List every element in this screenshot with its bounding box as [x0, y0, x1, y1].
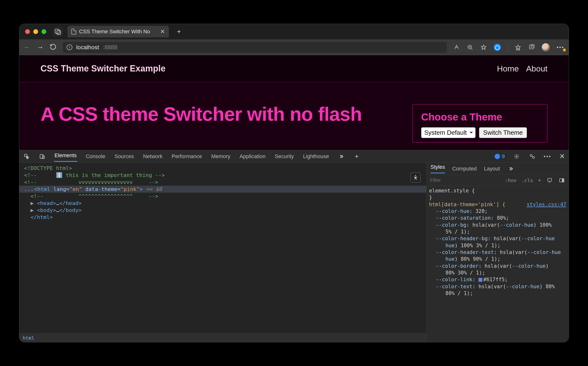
dom-line[interactable]: ▶ <head>…</head> — [19, 200, 426, 207]
rule-header[interactable]: html[data-theme='pink'] { styles.css:47 — [429, 201, 566, 208]
svg-point-8 — [530, 154, 532, 156]
site-info-icon[interactable]: i — [66, 45, 72, 50]
tab-memory[interactable]: Memory — [211, 152, 231, 161]
tab-elements[interactable]: Elements — [54, 151, 77, 162]
devtools: Elements Console Sources Network Perform… — [19, 150, 569, 342]
tab-title: CSS Theme Switcher With No — [79, 29, 150, 35]
minimize-window-icon[interactable] — [33, 29, 38, 34]
styles-overflow-icon[interactable] — [507, 165, 514, 172]
refresh-button[interactable] — [50, 44, 56, 51]
nav-home[interactable]: Home — [497, 64, 519, 73]
url-host: localhost — [76, 44, 99, 51]
site-title: CSS Theme Switcher Example — [41, 63, 165, 74]
styles-rules[interactable]: element.style { } html[data-theme='pink'… — [427, 186, 569, 342]
close-devtools-icon[interactable]: ✕ — [559, 152, 565, 160]
inspect-icon[interactable] — [23, 153, 30, 160]
cls-toggle[interactable]: .cls — [522, 177, 533, 183]
toggle-pane-icon[interactable] — [558, 177, 565, 184]
collections-icon[interactable] — [528, 44, 535, 51]
css-prop[interactable]: --color-bg: hsla(var(--color-hue) 100% — [429, 222, 566, 229]
color-swatch[interactable] — [478, 278, 482, 282]
dom-tree[interactable]: <!DOCTYPE html> <!-- ℹ️ this is the impo… — [19, 163, 426, 333]
onepassword-icon[interactable]: ◯ — [494, 44, 501, 51]
site-header: CSS Theme Switcher Example Home About — [19, 55, 569, 82]
source-link[interactable]: styles.css:47 — [527, 201, 566, 208]
tab-sources[interactable]: Sources — [114, 152, 134, 161]
read-aloud-icon[interactable] — [453, 44, 460, 51]
breadcrumb[interactable]: html — [19, 333, 426, 342]
tab-lighthouse[interactable]: Lighthouse — [302, 152, 330, 161]
svg-rect-1 — [57, 31, 61, 35]
add-tab-icon[interactable]: + — [353, 153, 360, 160]
accessibility-icon[interactable] — [411, 172, 421, 183]
css-prop[interactable]: --color-header-bg: hsla(var(--color-hue — [429, 235, 566, 242]
favorite-icon[interactable] — [480, 44, 487, 51]
dom-line[interactable]: ▶ <body>…</body> — [19, 207, 426, 214]
css-prop-cont[interactable]: 80% / 1); — [445, 290, 566, 297]
nav-about[interactable]: About — [526, 64, 547, 73]
window-controls — [25, 29, 46, 34]
zoom-icon[interactable] — [467, 44, 473, 51]
tab-network[interactable]: Network — [143, 152, 163, 161]
settings-icon[interactable] — [513, 153, 520, 160]
browser-window: CSS Theme Switcher With No ✕ + ← → i loc… — [19, 24, 569, 342]
tab-computed[interactable]: Computed — [452, 166, 477, 172]
close-tab-icon[interactable]: ✕ — [160, 28, 165, 35]
new-rule-icon[interactable]: + — [538, 177, 541, 184]
tab-console[interactable]: Console — [85, 152, 106, 161]
hov-toggle[interactable]: :hov — [505, 177, 517, 183]
tab-application[interactable]: Application — [239, 152, 266, 161]
maximize-window-icon[interactable] — [42, 29, 46, 34]
svg-rect-11 — [548, 178, 551, 181]
css-prop-cont[interactable]: 5% / 1); — [445, 229, 566, 235]
css-prop[interactable]: --color-hue: 320; — [429, 208, 566, 215]
close-window-icon[interactable] — [25, 29, 30, 34]
tabs-overflow-icon[interactable] — [338, 153, 345, 160]
styles-tabs: Styles Computed Layout — [427, 163, 569, 175]
dom-line-selected[interactable]: ...<html lang="en" data-theme="pink"> ==… — [19, 186, 426, 193]
rule-line[interactable]: } — [429, 194, 566, 201]
css-prop-cont[interactable]: hue) 80% 90% / 1); — [445, 256, 566, 262]
browser-tab[interactable]: CSS Theme Switcher With No ✕ — [67, 26, 169, 38]
rule-line[interactable]: element.style { — [429, 187, 566, 194]
tab-security[interactable]: Security — [274, 152, 294, 161]
page-icon — [71, 29, 76, 35]
new-tab-button[interactable]: + — [174, 27, 184, 37]
tab-performance[interactable]: Performance — [171, 152, 203, 161]
css-prop[interactable]: --color-border: hsla(var(--color-hue) — [429, 263, 566, 269]
css-prop[interactable]: --color-header-text: hsla(var(--color-hu… — [429, 249, 566, 256]
tab-overview-button[interactable] — [53, 27, 62, 36]
switch-theme-button[interactable]: Switch Theme — [479, 127, 527, 138]
browser-toolbar: ← → i localhost:8888 ◯ ••• — [19, 39, 569, 55]
css-prop[interactable]: --color-text: hsla(var(--color-hue) 80% — [429, 283, 566, 290]
css-prop-cont[interactable]: hue) 100% 3% / 1); — [445, 242, 566, 249]
dom-line[interactable]: </html> — [19, 214, 426, 221]
address-bar[interactable]: i localhost:8888 — [63, 42, 447, 53]
favorites-bar-icon[interactable] — [515, 44, 522, 51]
css-prop[interactable]: --color-saturation: 80%; — [429, 215, 566, 221]
more-icon[interactable]: ••• — [544, 153, 551, 160]
device-toggle-icon[interactable] — [39, 153, 46, 160]
dom-line[interactable]: <!-- ℹ️ this is the important thing --> — [19, 172, 426, 179]
hero-title: A CSS theme Switcher with no flash — [41, 104, 398, 124]
dom-line[interactable]: <!DOCTYPE html> — [19, 165, 426, 172]
device-icon[interactable] — [546, 177, 553, 184]
tab-styles[interactable]: Styles — [431, 164, 445, 173]
styles-filter-input[interactable] — [430, 177, 500, 183]
issues-badge[interactable]: 9 — [495, 153, 505, 160]
tab-layout[interactable]: Layout — [484, 166, 500, 172]
url-port: :8888 — [103, 44, 118, 51]
svg-rect-5 — [40, 154, 43, 158]
dom-line[interactable]: <!-- vvvvvvvvvvvvvvvvv --> — [19, 179, 426, 186]
css-prop[interactable]: --color-link: #617ff5; — [429, 276, 566, 283]
styles-filter-bar: :hov .cls + — [427, 175, 569, 186]
toolbar-actions: ◯ ••• — [453, 43, 564, 51]
theme-select[interactable]: System Default — [421, 127, 476, 138]
css-prop-cont[interactable]: 80% 30% / 1); — [445, 269, 566, 276]
more-menu-icon[interactable]: ••• — [557, 44, 564, 50]
profile-avatar[interactable] — [542, 43, 550, 51]
activity-icon[interactable] — [529, 153, 536, 160]
forward-button[interactable]: → — [37, 44, 44, 51]
back-button[interactable]: ← — [24, 44, 30, 51]
dom-line[interactable]: <!-- ^^^^^^^^^^^^^^^^^ --> — [19, 193, 426, 200]
